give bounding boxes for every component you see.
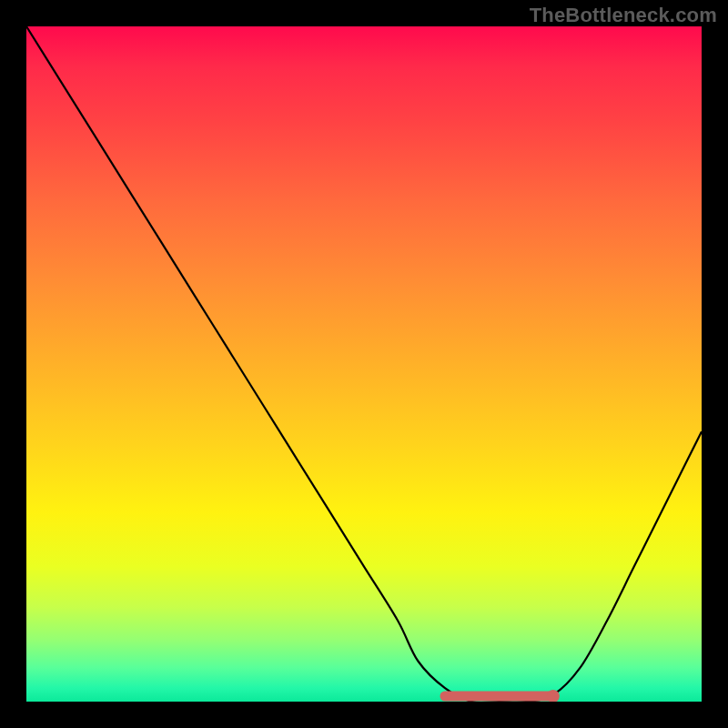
curve-svg <box>26 26 702 702</box>
optimal-point-marker <box>547 690 560 702</box>
plot-area <box>26 26 702 702</box>
watermark-text: TheBottleneck.com <box>530 4 717 27</box>
bottleneck-curve <box>26 26 702 702</box>
chart-frame: TheBottleneck.com <box>0 0 728 728</box>
